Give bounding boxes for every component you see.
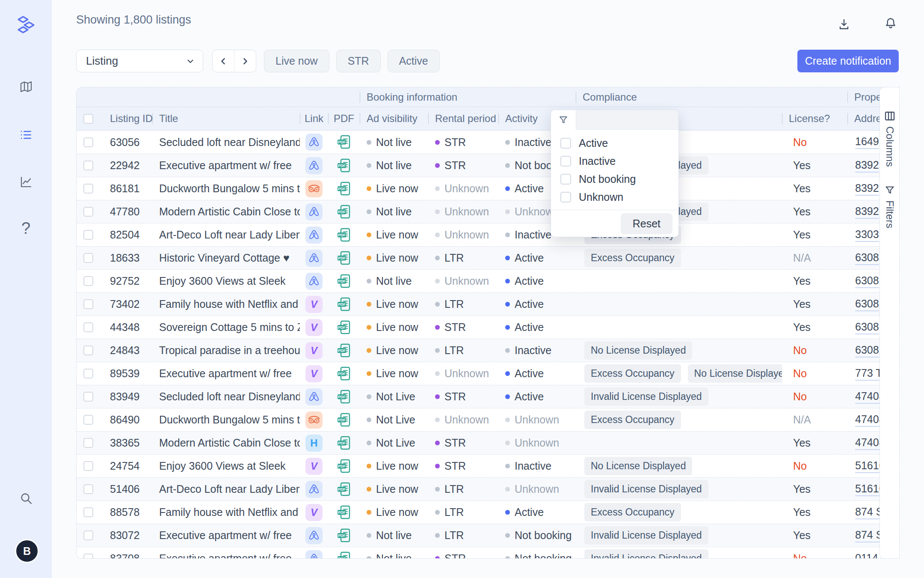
vrbo-link-icon[interactable]: V (305, 504, 323, 521)
pdf-icon[interactable]: PDF (336, 551, 352, 559)
tripadvisor-link-icon[interactable] (305, 411, 323, 429)
pdf-icon[interactable]: PDF (336, 412, 352, 428)
listing-type-dropdown[interactable]: Listing (76, 50, 203, 72)
address-link[interactable]: 874 S (855, 529, 883, 542)
vrbo-link-icon[interactable]: V (305, 296, 323, 313)
row-checkbox[interactable] (83, 415, 93, 425)
sidebar-item-search[interactable] (0, 491, 52, 507)
pdf-icon[interactable]: PDF (336, 250, 352, 266)
address-link[interactable]: 3303 (855, 228, 879, 242)
sidebar-item-listings[interactable] (0, 127, 52, 143)
filter-chip-live-now[interactable]: Live now (264, 50, 329, 72)
address-link[interactable]: 6308 (855, 251, 879, 265)
vrbo-link-icon[interactable]: V (305, 365, 323, 382)
filter-option-checkbox[interactable] (560, 138, 571, 149)
next-page-button[interactable] (234, 50, 256, 72)
pdf-icon[interactable]: PDF (336, 504, 352, 521)
tab-columns[interactable]: Columns (880, 111, 899, 167)
download-button[interactable] (837, 17, 851, 32)
row-checkbox[interactable] (83, 207, 93, 217)
address-link[interactable]: 6308 (855, 274, 879, 288)
filter-option-checkbox[interactable] (560, 174, 571, 185)
status-label: STR (444, 159, 466, 172)
airbnb-link-icon[interactable] (305, 134, 323, 151)
address-link[interactable]: 773 T (855, 367, 882, 381)
notifications-button[interactable] (883, 16, 898, 31)
pdf-icon[interactable]: PDF (336, 343, 352, 359)
address-link[interactable]: 0114 (855, 552, 878, 559)
address-link[interactable]: 8392 (855, 159, 879, 173)
address-link[interactable]: 1649 (855, 135, 879, 149)
row-checkbox[interactable] (83, 484, 93, 494)
row-checkbox[interactable] (83, 230, 93, 240)
row-checkbox[interactable] (83, 461, 93, 471)
pdf-icon[interactable]: PDF (336, 481, 352, 498)
airbnb-link-icon[interactable] (305, 203, 323, 220)
airbnb-link-icon[interactable] (305, 481, 323, 498)
row-checkbox[interactable] (83, 137, 93, 147)
address-link[interactable]: 6308 (855, 298, 879, 311)
row-checkbox[interactable] (83, 507, 93, 517)
row-checkbox[interactable] (83, 276, 93, 286)
row-checkbox[interactable] (83, 346, 93, 355)
filter-option-checkbox[interactable] (560, 192, 571, 203)
filter-chip-str[interactable]: STR (336, 50, 381, 72)
filter-option-active[interactable]: Active (551, 134, 678, 152)
row-checkbox[interactable] (83, 369, 93, 378)
pdf-icon[interactable]: PDF (336, 389, 352, 405)
reset-button[interactable]: Reset (621, 213, 672, 234)
airbnb-link-icon[interactable] (305, 250, 323, 267)
pdf-icon[interactable]: PDF (336, 458, 352, 474)
address-link[interactable]: 8392 (855, 205, 879, 219)
homeaway-link-icon[interactable]: H (305, 435, 323, 452)
row-checkbox[interactable] (83, 253, 93, 263)
vrbo-link-icon[interactable]: V (305, 458, 323, 475)
popup-filter-tab[interactable] (551, 110, 576, 130)
address-link[interactable]: 6308 (855, 344, 879, 358)
airbnb-link-icon[interactable] (305, 157, 323, 174)
pdf-icon[interactable]: PDF (336, 273, 352, 289)
address-link[interactable]: 874 S (855, 506, 883, 519)
airbnb-link-icon[interactable] (305, 388, 323, 405)
sidebar-item-help[interactable]: ? (0, 219, 52, 238)
pdf-icon[interactable]: PDF (336, 296, 352, 313)
header-checkbox[interactable] (83, 114, 93, 124)
row-checkbox[interactable] (83, 438, 93, 448)
filter-option-not-booking[interactable]: Not booking (551, 170, 678, 188)
pdf-icon[interactable]: PDF (336, 366, 352, 382)
prev-page-button[interactable] (213, 50, 234, 72)
airbnb-link-icon[interactable] (305, 273, 323, 290)
pdf-icon[interactable]: PDF (336, 227, 352, 243)
row-checkbox[interactable] (83, 322, 93, 332)
sidebar-item-analytics[interactable] (0, 174, 52, 190)
row-checkbox[interactable] (83, 161, 93, 170)
row-checkbox[interactable] (83, 184, 93, 194)
filter-option-inactive[interactable]: Inactive (551, 152, 678, 170)
pdf-icon[interactable]: PDF (336, 158, 352, 174)
avatar[interactable]: B (15, 539, 39, 563)
vrbo-link-icon[interactable]: V (305, 319, 323, 336)
create-notification-button[interactable]: Create notification (797, 50, 899, 72)
filter-option-checkbox[interactable] (560, 156, 571, 167)
pdf-icon[interactable]: PDF (336, 435, 352, 451)
airbnb-link-icon[interactable] (305, 527, 323, 544)
row-checkbox[interactable] (83, 392, 93, 402)
pdf-icon[interactable]: PDF (336, 527, 352, 544)
filter-option-unknown[interactable]: Unknown (551, 188, 678, 206)
pdf-icon[interactable]: PDF (336, 319, 352, 336)
filter-chip-active[interactable]: Active (388, 50, 440, 72)
row-checkbox[interactable] (83, 299, 93, 309)
address-link[interactable]: 8392 (855, 182, 879, 196)
row-checkbox[interactable] (83, 554, 93, 559)
vrbo-link-icon[interactable]: V (305, 342, 323, 359)
tripadvisor-link-icon[interactable] (305, 180, 323, 197)
airbnb-link-icon[interactable] (305, 550, 323, 559)
sidebar-item-map[interactable] (0, 79, 52, 95)
row-checkbox[interactable] (83, 530, 93, 540)
pdf-icon[interactable]: PDF (336, 204, 352, 220)
pdf-icon[interactable]: PDF (336, 134, 352, 150)
pdf-icon[interactable]: PDF (336, 181, 352, 197)
address-link[interactable]: 6308 (855, 321, 879, 334)
tab-filters[interactable]: Filters (880, 185, 899, 228)
airbnb-link-icon[interactable] (305, 226, 323, 244)
